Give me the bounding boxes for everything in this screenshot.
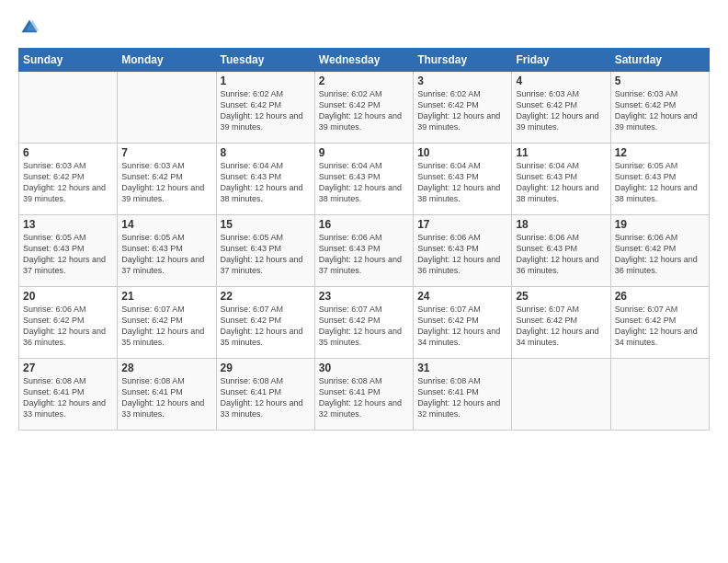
calendar-cell: 9Sunrise: 6:04 AM Sunset: 6:43 PM Daylig… xyxy=(314,144,413,215)
col-header-wednesday: Wednesday xyxy=(314,49,413,72)
day-info: Sunrise: 6:07 AM Sunset: 6:42 PM Dayligh… xyxy=(221,304,311,349)
col-header-sunday: Sunday xyxy=(19,49,118,72)
calendar-cell: 21Sunrise: 6:07 AM Sunset: 6:42 PM Dayli… xyxy=(118,287,216,359)
calendar-cell: 16Sunrise: 6:06 AM Sunset: 6:43 PM Dayli… xyxy=(314,215,413,287)
calendar-header-row: SundayMondayTuesdayWednesdayThursdayFrid… xyxy=(19,49,710,72)
day-info: Sunrise: 6:06 AM Sunset: 6:42 PM Dayligh… xyxy=(615,232,705,277)
calendar-cell: 3Sunrise: 6:02 AM Sunset: 6:42 PM Daylig… xyxy=(414,72,512,144)
day-info: Sunrise: 6:08 AM Sunset: 6:41 PM Dayligh… xyxy=(23,375,113,420)
calendar-cell: 17Sunrise: 6:06 AM Sunset: 6:43 PM Dayli… xyxy=(414,215,512,287)
day-info: Sunrise: 6:07 AM Sunset: 6:42 PM Dayligh… xyxy=(615,304,705,349)
calendar-cell: 31Sunrise: 6:08 AM Sunset: 6:41 PM Dayli… xyxy=(414,359,512,431)
day-info: Sunrise: 6:04 AM Sunset: 6:43 PM Dayligh… xyxy=(516,160,606,205)
calendar-cell: 26Sunrise: 6:07 AM Sunset: 6:42 PM Dayli… xyxy=(610,287,709,359)
calendar-cell: 15Sunrise: 6:05 AM Sunset: 6:43 PM Dayli… xyxy=(216,215,314,287)
day-number: 18 xyxy=(516,218,606,231)
day-number: 8 xyxy=(221,146,311,159)
logo xyxy=(18,17,44,39)
calendar-cell xyxy=(19,72,118,144)
calendar-cell xyxy=(610,359,709,431)
day-info: Sunrise: 6:03 AM Sunset: 6:42 PM Dayligh… xyxy=(516,88,606,133)
generalblue-logo-icon xyxy=(18,17,40,39)
calendar-cell: 22Sunrise: 6:07 AM Sunset: 6:42 PM Dayli… xyxy=(216,287,314,359)
day-number: 19 xyxy=(615,218,705,231)
day-number: 16 xyxy=(319,218,409,231)
calendar-cell: 24Sunrise: 6:07 AM Sunset: 6:42 PM Dayli… xyxy=(414,287,512,359)
calendar-table: SundayMondayTuesdayWednesdayThursdayFrid… xyxy=(18,48,710,431)
calendar-cell: 8Sunrise: 6:04 AM Sunset: 6:43 PM Daylig… xyxy=(216,144,314,215)
day-info: Sunrise: 6:07 AM Sunset: 6:42 PM Dayligh… xyxy=(516,304,606,349)
day-number: 23 xyxy=(319,290,409,303)
day-number: 25 xyxy=(516,290,606,303)
calendar-cell: 18Sunrise: 6:06 AM Sunset: 6:43 PM Dayli… xyxy=(512,215,610,287)
calendar-week-5: 27Sunrise: 6:08 AM Sunset: 6:41 PM Dayli… xyxy=(19,359,710,431)
day-number: 29 xyxy=(221,362,311,374)
day-number: 27 xyxy=(23,362,113,374)
day-number: 15 xyxy=(221,218,311,231)
day-number: 13 xyxy=(23,218,113,231)
col-header-thursday: Thursday xyxy=(414,49,512,72)
day-info: Sunrise: 6:05 AM Sunset: 6:43 PM Dayligh… xyxy=(221,232,311,277)
col-header-tuesday: Tuesday xyxy=(216,49,314,72)
day-number: 10 xyxy=(417,146,507,159)
calendar-cell: 29Sunrise: 6:08 AM Sunset: 6:41 PM Dayli… xyxy=(216,359,314,431)
calendar-cell: 6Sunrise: 6:03 AM Sunset: 6:42 PM Daylig… xyxy=(19,144,118,215)
calendar-cell: 19Sunrise: 6:06 AM Sunset: 6:42 PM Dayli… xyxy=(610,215,709,287)
calendar-cell: 23Sunrise: 6:07 AM Sunset: 6:42 PM Dayli… xyxy=(314,287,413,359)
day-info: Sunrise: 6:08 AM Sunset: 6:41 PM Dayligh… xyxy=(221,375,311,420)
day-number: 5 xyxy=(615,75,705,87)
day-number: 14 xyxy=(121,218,211,231)
day-number: 9 xyxy=(319,146,409,159)
day-number: 31 xyxy=(417,362,507,374)
day-number: 11 xyxy=(516,146,606,159)
calendar-cell: 20Sunrise: 6:06 AM Sunset: 6:42 PM Dayli… xyxy=(19,287,118,359)
day-info: Sunrise: 6:05 AM Sunset: 6:43 PM Dayligh… xyxy=(615,160,705,205)
calendar-cell: 5Sunrise: 6:03 AM Sunset: 6:42 PM Daylig… xyxy=(610,72,709,144)
day-info: Sunrise: 6:08 AM Sunset: 6:41 PM Dayligh… xyxy=(417,375,507,420)
day-info: Sunrise: 6:05 AM Sunset: 6:43 PM Dayligh… xyxy=(23,232,113,277)
day-number: 6 xyxy=(23,146,113,159)
calendar-week-4: 20Sunrise: 6:06 AM Sunset: 6:42 PM Dayli… xyxy=(19,287,710,359)
calendar-cell: 28Sunrise: 6:08 AM Sunset: 6:41 PM Dayli… xyxy=(118,359,216,431)
day-info: Sunrise: 6:02 AM Sunset: 6:42 PM Dayligh… xyxy=(221,88,311,133)
calendar-cell: 11Sunrise: 6:04 AM Sunset: 6:43 PM Dayli… xyxy=(512,144,610,215)
calendar-cell: 27Sunrise: 6:08 AM Sunset: 6:41 PM Dayli… xyxy=(19,359,118,431)
day-number: 20 xyxy=(23,290,113,303)
day-info: Sunrise: 6:08 AM Sunset: 6:41 PM Dayligh… xyxy=(319,375,409,420)
day-number: 2 xyxy=(319,75,409,87)
day-info: Sunrise: 6:06 AM Sunset: 6:43 PM Dayligh… xyxy=(417,232,507,277)
day-info: Sunrise: 6:05 AM Sunset: 6:43 PM Dayligh… xyxy=(121,232,211,277)
calendar-cell: 30Sunrise: 6:08 AM Sunset: 6:41 PM Dayli… xyxy=(314,359,413,431)
day-number: 1 xyxy=(221,75,311,87)
day-info: Sunrise: 6:07 AM Sunset: 6:42 PM Dayligh… xyxy=(417,304,507,349)
day-info: Sunrise: 6:02 AM Sunset: 6:42 PM Dayligh… xyxy=(319,88,409,133)
calendar-cell xyxy=(118,72,216,144)
calendar-body: 1Sunrise: 6:02 AM Sunset: 6:42 PM Daylig… xyxy=(19,72,710,431)
calendar-week-3: 13Sunrise: 6:05 AM Sunset: 6:43 PM Dayli… xyxy=(19,215,710,287)
day-number: 12 xyxy=(615,146,705,159)
day-number: 3 xyxy=(417,75,507,87)
day-number: 22 xyxy=(221,290,311,303)
day-info: Sunrise: 6:04 AM Sunset: 6:43 PM Dayligh… xyxy=(221,160,311,205)
day-number: 26 xyxy=(615,290,705,303)
col-header-monday: Monday xyxy=(118,49,216,72)
day-info: Sunrise: 6:04 AM Sunset: 6:43 PM Dayligh… xyxy=(417,160,507,205)
calendar-cell: 13Sunrise: 6:05 AM Sunset: 6:43 PM Dayli… xyxy=(19,215,118,287)
day-info: Sunrise: 6:06 AM Sunset: 6:42 PM Dayligh… xyxy=(23,304,113,349)
calendar-cell: 14Sunrise: 6:05 AM Sunset: 6:43 PM Dayli… xyxy=(118,215,216,287)
day-info: Sunrise: 6:02 AM Sunset: 6:42 PM Dayligh… xyxy=(417,88,507,133)
calendar-cell: 2Sunrise: 6:02 AM Sunset: 6:42 PM Daylig… xyxy=(314,72,413,144)
day-number: 28 xyxy=(121,362,211,374)
day-number: 7 xyxy=(121,146,211,159)
calendar-cell: 25Sunrise: 6:07 AM Sunset: 6:42 PM Dayli… xyxy=(512,287,610,359)
calendar-cell: 1Sunrise: 6:02 AM Sunset: 6:42 PM Daylig… xyxy=(216,72,314,144)
page-header xyxy=(18,17,710,39)
col-header-friday: Friday xyxy=(512,49,610,72)
calendar-week-1: 1Sunrise: 6:02 AM Sunset: 6:42 PM Daylig… xyxy=(19,72,710,144)
day-number: 21 xyxy=(121,290,211,303)
day-info: Sunrise: 6:06 AM Sunset: 6:43 PM Dayligh… xyxy=(516,232,606,277)
col-header-saturday: Saturday xyxy=(610,49,709,72)
day-info: Sunrise: 6:07 AM Sunset: 6:42 PM Dayligh… xyxy=(319,304,409,349)
day-info: Sunrise: 6:03 AM Sunset: 6:42 PM Dayligh… xyxy=(23,160,113,205)
day-info: Sunrise: 6:03 AM Sunset: 6:42 PM Dayligh… xyxy=(121,160,211,205)
